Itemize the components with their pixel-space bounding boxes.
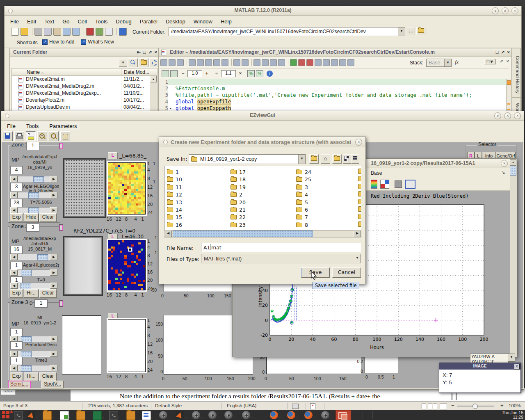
- slider-right-icon[interactable]: ▶: [50, 365, 57, 371]
- slider-thumb[interactable]: [37, 254, 48, 260]
- list-item[interactable]: YAL044W-A: [470, 354, 508, 359]
- function-icon[interactable]: [278, 59, 285, 66]
- dialog-folder-item[interactable]: 15: [167, 214, 182, 220]
- menu-window[interactable]: Window: [194, 18, 212, 25]
- single-page-view-icon[interactable]: [422, 404, 426, 409]
- ezview-menu-file[interactable]: File: [7, 123, 16, 129]
- guide-icon[interactable]: [96, 28, 103, 36]
- dialog-folder-item[interactable]: 2: [231, 192, 242, 198]
- gene-list-dropdown-button[interactable]: ▼: [508, 354, 515, 362]
- current-folder-combo[interactable]: /media/data/EASY/InovImager_jwrCF_WINLin…: [169, 27, 405, 36]
- taskbar-item-calc[interactable]: [60, 411, 69, 420]
- layout-button[interactable]: □▼: [484, 59, 496, 64]
- zone-exp-button[interactable]: Exp: [10, 289, 23, 298]
- heatmap-cell[interactable]: [129, 249, 132, 251]
- zone-clear-button[interactable]: Clear: [39, 213, 57, 222]
- zone-value-field[interactable]: 1: [10, 328, 23, 336]
- maximize-panel-icon[interactable]: □: [496, 50, 499, 55]
- slider-left-icon[interactable]: ◀: [10, 365, 18, 371]
- slider-track[interactable]: [18, 283, 50, 289]
- decrease-button[interactable]: −: [180, 71, 186, 76]
- status-item[interactable]: Default Style: [155, 403, 182, 408]
- undo-icon[interactable]: [213, 59, 220, 66]
- zone-hi-button[interactable]: Hi...: [24, 289, 39, 298]
- step-out-icon[interactable]: [323, 59, 330, 66]
- chevron-down-icon[interactable]: ▼: [298, 155, 305, 164]
- slider-track[interactable]: [18, 192, 50, 198]
- zone-exp-button[interactable]: Exp: [10, 372, 23, 381]
- step-icon[interactable]: [331, 59, 338, 66]
- table-row[interactable]: DMPexcel2mat_MediaDrug2exp...11/10/2...: [12, 90, 157, 97]
- slider-thumb[interactable]: [21, 270, 32, 276]
- increase-button[interactable]: +: [204, 71, 210, 76]
- slider-right-icon[interactable]: ▶: [50, 283, 57, 289]
- slider-left-icon[interactable]: ◀: [10, 207, 18, 213]
- slider-right-icon[interactable]: ▶: [50, 192, 57, 198]
- spotview-button[interactable]: SpotV...: [41, 381, 64, 388]
- find-icon[interactable]: [253, 59, 260, 66]
- grid-view-button[interactable]: [343, 154, 351, 164]
- dialog-folder-item[interactable]: 5: [296, 199, 308, 205]
- zone-value-field[interactable]: 4: [10, 166, 23, 174]
- close-panel-icon[interactable]: ×: [507, 59, 509, 64]
- dialog-folder-item[interactable]: 20: [231, 199, 246, 205]
- paste-icon[interactable]: [53, 28, 61, 36]
- code-line[interactable]: 1: [159, 79, 506, 85]
- value-field-1[interactable]: 1.0: [187, 70, 202, 77]
- slider-thumb[interactable]: [21, 351, 32, 357]
- zone-value-field[interactable]: 1: [10, 357, 23, 365]
- dialog-folder-item[interactable]: 22: [231, 214, 246, 220]
- slider-right-icon[interactable]: ▶: [50, 336, 57, 342]
- vscroll-thumb[interactable]: [510, 166, 516, 176]
- taskbar-item-media[interactable]: [321, 411, 329, 419]
- selection-mode-icon[interactable]: [292, 404, 299, 409]
- image-frame-icon[interactable]: [405, 180, 415, 189]
- dialog-folder-item[interactable]: 25: [296, 176, 311, 183]
- ezview-menu-tools[interactable]: Tools: [26, 123, 39, 129]
- dialog-folder-item[interactable]: 11: [167, 184, 182, 190]
- list-view-button[interactable]: [351, 154, 359, 164]
- name-column-header[interactable]: Name △: [27, 69, 44, 75]
- popout-icon[interactable]: ↘: [501, 170, 505, 175]
- slider-right-icon[interactable]: ▶: [50, 207, 57, 213]
- dialog-folder-item[interactable]: 24: [296, 169, 311, 175]
- address-dropdown-button[interactable]: ▼: [119, 59, 127, 67]
- square-icon[interactable]: [395, 180, 402, 188]
- dialog-folder-item[interactable]: 19: [231, 184, 246, 190]
- paste-icon[interactable]: [205, 59, 212, 66]
- taskbar-item-darkapp[interactable]: [93, 411, 102, 420]
- table-row[interactable]: DpertsUploadDev.m08/04/2...: [12, 104, 157, 111]
- cut-icon[interactable]: [34, 28, 42, 36]
- l-toggle-button[interactable]: L: [108, 152, 118, 159]
- taskbar-item-active-dialog[interactable]: [336, 410, 351, 420]
- browse-folder-button[interactable]: …: [407, 27, 415, 35]
- shortcuts-label[interactable]: Shortcuts: [17, 40, 38, 46]
- stack-icon[interactable]: [347, 59, 354, 66]
- menu-tools[interactable]: Tools: [95, 18, 107, 25]
- slider-track[interactable]: [18, 176, 50, 182]
- undock-icon[interactable]: ↗: [501, 50, 504, 55]
- taskbar-item-media[interactable]: [224, 411, 233, 419]
- menu-text[interactable]: Text: [44, 18, 54, 25]
- zone-slider[interactable]: ◀▶: [10, 192, 57, 198]
- divide-button[interactable]: ÷: [214, 71, 219, 76]
- slider-left-icon[interactable]: ◀: [10, 192, 18, 198]
- zoom-in-icon[interactable]: +: [37, 131, 47, 141]
- zone-slider[interactable]: ◀▶: [10, 176, 57, 182]
- code-line[interactable]: 3%[file,path] = uiputfile('.mat','Create…: [159, 92, 506, 98]
- semilog-button[interactable]: SemiL...: [8, 381, 31, 388]
- zone-clear-button[interactable]: Clear: [39, 372, 57, 381]
- slider-right-icon[interactable]: ▶: [50, 269, 57, 276]
- taskbar-item-terminal[interactable]: >_: [14, 411, 23, 420]
- document-modified-icon[interactable]: *: [310, 403, 315, 409]
- heatmap-cell[interactable]: [143, 288, 145, 290]
- doc-icon[interactable]: [105, 28, 113, 36]
- status-item[interactable]: 215 words, 1,387 characters: [88, 403, 148, 408]
- slider-left-icon[interactable]: ◀: [10, 254, 18, 260]
- home-button[interactable]: ⌂: [321, 154, 330, 164]
- subplot-icon[interactable]: [380, 180, 389, 189]
- ezview-titlebar[interactable]: EZviewGui ∨ ∧ ×: [1, 111, 524, 121]
- chevron-down-icon[interactable]: ▼: [398, 27, 405, 36]
- stack-combo[interactable]: Base ▼: [426, 59, 452, 67]
- dialog-folder-item[interactable]: 17: [231, 169, 246, 175]
